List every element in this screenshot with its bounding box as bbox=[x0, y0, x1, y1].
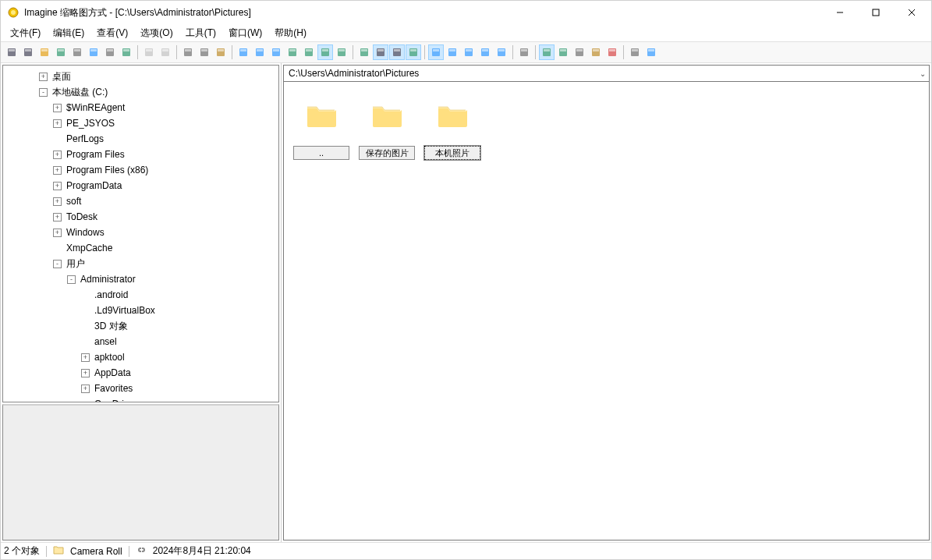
folder-tree-panel: +桌面-本地磁盘 (C:)+$WinREAgent+PE_JSYOS+PerfL… bbox=[2, 65, 279, 402]
expand-icon[interactable]: + bbox=[81, 369, 90, 377]
app-icon bbox=[7, 6, 19, 19]
tree-item[interactable]: +apktool bbox=[3, 349, 278, 365]
tree-item[interactable]: +soft bbox=[3, 193, 278, 209]
menu-help[interactable]: 帮助(H) bbox=[268, 25, 313, 41]
refresh-icon[interactable] bbox=[406, 44, 421, 60]
chevron-down-icon[interactable]: ⌄ bbox=[920, 69, 926, 78]
picture-icon[interactable] bbox=[356, 44, 372, 60]
eye2-icon[interactable] bbox=[20, 44, 36, 60]
tree-item[interactable]: +XmpCache bbox=[3, 240, 278, 256]
expand-icon[interactable]: + bbox=[53, 197, 62, 206]
address-bar[interactable]: C:\Users\Administrator\Pictures ⌄ bbox=[283, 65, 930, 82]
wallpaper-icon[interactable] bbox=[119, 44, 134, 60]
edit-icon[interactable] bbox=[627, 44, 643, 60]
folder-item[interactable]: 保存的图片 bbox=[359, 101, 415, 160]
table4-icon[interactable] bbox=[477, 44, 493, 60]
close-button[interactable] bbox=[894, 1, 930, 24]
svg-rect-33 bbox=[240, 49, 246, 51]
tree-item[interactable]: -本地磁盘 (C:) bbox=[3, 84, 278, 100]
wrench-icon[interactable] bbox=[516, 44, 532, 60]
menu-file[interactable]: 文件(F) bbox=[4, 25, 47, 41]
table2-icon[interactable] bbox=[445, 44, 460, 60]
menu-view[interactable]: 查看(V) bbox=[90, 25, 134, 41]
arrow-left-icon[interactable] bbox=[373, 44, 388, 60]
img2-icon[interactable] bbox=[555, 44, 571, 60]
img3-icon[interactable] bbox=[572, 44, 587, 60]
doc2-icon[interactable] bbox=[158, 44, 173, 60]
folder-item[interactable]: 本机照片 bbox=[424, 101, 480, 160]
menu-edit[interactable]: 编辑(E) bbox=[47, 25, 90, 41]
svg-rect-59 bbox=[466, 49, 472, 51]
tree-item[interactable]: +$WinREAgent bbox=[3, 100, 278, 115]
tree-item[interactable]: +Program Files bbox=[3, 147, 278, 162]
grid-icon[interactable] bbox=[236, 44, 251, 60]
table1-icon[interactable] bbox=[428, 44, 444, 60]
tree-item[interactable]: +PE_JSYOS bbox=[3, 115, 278, 131]
tree-icon[interactable] bbox=[334, 44, 349, 60]
folder-icon bbox=[305, 101, 338, 129]
tree-item[interactable]: +Windows bbox=[3, 225, 278, 240]
expand-icon[interactable]: + bbox=[39, 73, 48, 81]
expand-icon[interactable]: + bbox=[53, 104, 62, 112]
doc-icon[interactable] bbox=[141, 44, 157, 60]
tree-item[interactable]: +Favorites bbox=[3, 381, 278, 396]
expand-icon[interactable]: + bbox=[53, 229, 62, 237]
expand-icon[interactable]: + bbox=[53, 151, 62, 159]
tree-item[interactable]: +.android bbox=[3, 287, 278, 303]
expand-icon[interactable]: + bbox=[53, 119, 62, 128]
eye-icon[interactable] bbox=[4, 44, 19, 60]
expand-icon[interactable]: + bbox=[53, 166, 62, 175]
maximize-button[interactable] bbox=[858, 1, 894, 24]
folder-open-icon[interactable] bbox=[37, 44, 52, 60]
minimize-button[interactable] bbox=[822, 1, 858, 24]
clock-icon[interactable] bbox=[268, 44, 284, 60]
expand-icon[interactable]: + bbox=[81, 385, 90, 393]
help-icon[interactable] bbox=[643, 44, 659, 60]
tree-item[interactable]: +3D 对象 bbox=[3, 318, 278, 334]
save-icon[interactable] bbox=[53, 44, 69, 60]
slideshow-icon[interactable] bbox=[102, 44, 118, 60]
img1-icon[interactable] bbox=[539, 44, 555, 60]
tree-item[interactable]: +AppData bbox=[3, 365, 278, 381]
grid4-icon[interactable] bbox=[317, 44, 333, 60]
tree-item[interactable]: +ProgramData bbox=[3, 178, 278, 193]
status-datetime: 2024年8月4日 21:20:04 bbox=[153, 544, 251, 558]
folder-item[interactable]: .. bbox=[293, 101, 349, 160]
expand-icon[interactable]: + bbox=[81, 353, 90, 362]
table5-icon[interactable] bbox=[494, 44, 509, 60]
tree-item[interactable]: -Administrator bbox=[3, 271, 278, 287]
tree-label: PE_JSYOS bbox=[65, 117, 116, 129]
table3-icon[interactable] bbox=[461, 44, 477, 60]
img4-icon[interactable] bbox=[588, 44, 604, 60]
tree-item[interactable]: +PerfLogs bbox=[3, 131, 278, 147]
menu-tools[interactable]: 工具(T) bbox=[179, 25, 222, 41]
list-icon[interactable] bbox=[252, 44, 268, 60]
tree-item[interactable]: +桌面 bbox=[3, 69, 278, 84]
expand-icon[interactable]: + bbox=[53, 213, 62, 222]
tree-item[interactable]: +Program Files (x86) bbox=[3, 162, 278, 178]
collapse-icon[interactable]: - bbox=[53, 260, 62, 268]
collapse-icon[interactable]: - bbox=[39, 88, 48, 97]
print-icon[interactable] bbox=[69, 44, 85, 60]
grid2-icon[interactable] bbox=[285, 44, 300, 60]
info-icon[interactable] bbox=[86, 44, 101, 60]
app-window: Imagine 缩略图方式 - [C:\Users\Administrator\… bbox=[0, 0, 932, 560]
tree-item[interactable]: +OneDrive bbox=[3, 396, 278, 402]
tree-label: XmpCache bbox=[65, 242, 114, 254]
copy-icon[interactable] bbox=[197, 44, 212, 60]
tree-item[interactable]: +.Ld9VirtualBox bbox=[3, 303, 278, 318]
thumbnail-view[interactable]: ..保存的图片本机照片 bbox=[283, 82, 930, 541]
collapse-icon[interactable]: - bbox=[67, 275, 76, 284]
folder-tree[interactable]: +桌面-本地磁盘 (C:)+$WinREAgent+PE_JSYOS+PerfL… bbox=[3, 66, 278, 402]
menu-options[interactable]: 选项(O) bbox=[134, 25, 179, 41]
img5-icon[interactable] bbox=[604, 44, 620, 60]
tree-item[interactable]: -用户 bbox=[3, 256, 278, 271]
menu-window[interactable]: 窗口(W) bbox=[222, 25, 268, 41]
tree-item[interactable]: +ansel bbox=[3, 334, 278, 349]
grid3-icon[interactable] bbox=[301, 44, 317, 60]
expand-icon[interactable]: + bbox=[53, 182, 62, 190]
cut-icon[interactable] bbox=[180, 44, 196, 60]
tree-item[interactable]: +ToDesk bbox=[3, 209, 278, 225]
arrow-right-icon[interactable] bbox=[389, 44, 405, 60]
paste-icon[interactable] bbox=[213, 44, 229, 60]
